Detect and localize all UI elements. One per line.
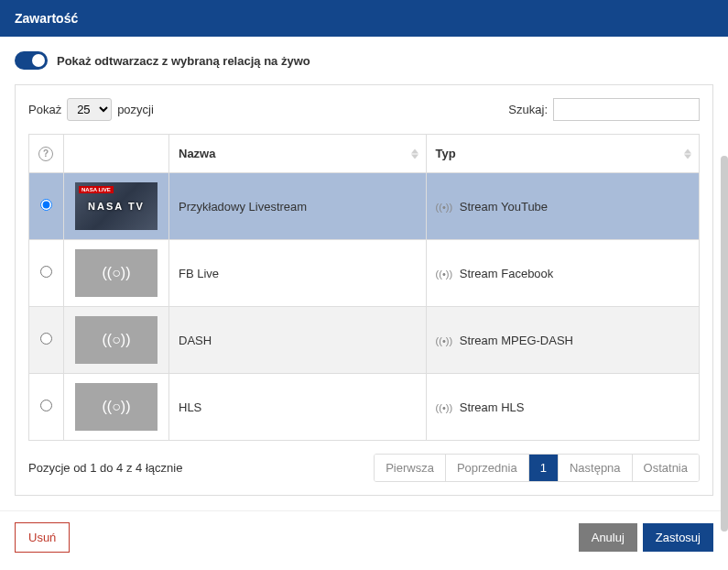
streams-table: ? Nazwa Typ (28, 134, 700, 441)
row-radio[interactable] (40, 199, 52, 211)
apply-button[interactable]: Zastosuj (643, 523, 713, 552)
modal-footer: Usuń Anuluj Zastosuj (0, 510, 728, 564)
broadcast-icon: ((•)) (436, 402, 453, 413)
page-number-button[interactable]: 1 (528, 455, 558, 481)
cancel-button[interactable]: Anuluj (579, 523, 637, 552)
search-control: Szukaj: (508, 98, 700, 121)
broadcast-icon: ((•)) (436, 335, 453, 346)
table-controls: Pokaż 25 pozycji Szukaj: (28, 98, 700, 121)
row-type: ((•)) Stream MPEG-DASH (426, 307, 699, 374)
page-last-button[interactable]: Ostatnia (632, 455, 699, 481)
page-prev-button[interactable]: Poprzednia (445, 455, 528, 481)
thumbnail-placeholder: ((○)) (75, 316, 158, 364)
panel-header: Zawartość (0, 0, 728, 37)
broadcast-icon: ((•)) (436, 269, 453, 280)
pagination: Pierwsza Poprzednia 1 Następna Ostatnia (374, 454, 700, 482)
page-size-select[interactable]: 25 (67, 98, 112, 121)
panel-title: Zawartość (15, 11, 78, 26)
table-row[interactable]: ((○)) DASH ((•)) Stream MPEG-DASH (29, 307, 700, 374)
col-name[interactable]: Nazwa (169, 135, 427, 173)
row-name: HLS (169, 374, 427, 441)
row-radio[interactable] (40, 333, 52, 345)
row-name: DASH (169, 307, 427, 374)
broadcast-glyph: ((○)) (103, 332, 131, 348)
thumbnail-placeholder: ((○)) (75, 383, 158, 431)
search-input[interactable] (553, 98, 700, 121)
row-radio[interactable] (40, 266, 52, 278)
table-footer: Pozycje od 1 do 4 z 4 łącznie Pierwsza P… (28, 454, 700, 482)
search-label: Szukaj: (508, 103, 548, 116)
row-radio[interactable] (40, 400, 52, 411)
scrollbar[interactable] (721, 156, 728, 532)
help-icon[interactable]: ? (38, 147, 53, 161)
thumbnail-nasa: NASA LIVE NASA TV (75, 182, 158, 230)
toggle-row: Pokaż odtwarzacz z wybraną relacją na ży… (0, 37, 728, 84)
delete-button[interactable]: Usuń (15, 522, 70, 553)
col-type[interactable]: Typ (426, 135, 699, 173)
table-row[interactable]: ((○)) HLS ((•)) Stream HLS (29, 374, 700, 441)
broadcast-glyph: ((○)) (103, 399, 131, 415)
thumbnail-text: NASA TV (88, 201, 145, 212)
col-select: ? (29, 135, 64, 173)
table-row[interactable]: ((○)) FB Live ((•)) Stream Facebook (29, 240, 700, 307)
player-toggle[interactable] (15, 51, 48, 70)
row-name: FB Live (169, 240, 427, 307)
row-type: ((•)) Stream YouTube (426, 173, 699, 240)
table-info: Pozycje od 1 do 4 z 4 łącznie (28, 461, 182, 475)
page-size-control: Pokaż 25 pozycji (28, 98, 154, 121)
row-name: Przykładowy Livestream (169, 173, 427, 240)
show-prefix-label: Pokaż (28, 103, 61, 116)
col-name-label: Nazwa (179, 147, 215, 160)
show-suffix-label: pozycji (117, 103, 154, 116)
player-toggle-label: Pokaż odtwarzacz z wybraną relacją na ży… (57, 54, 310, 68)
page-first-button[interactable]: Pierwsza (375, 455, 445, 481)
broadcast-glyph: ((○)) (103, 265, 131, 281)
sort-icon (684, 148, 691, 159)
table-panel: Pokaż 25 pozycji Szukaj: ? Nazw (15, 84, 713, 496)
sort-icon (411, 148, 418, 159)
row-type: ((•)) Stream HLS (426, 374, 699, 441)
row-type: ((•)) Stream Facebook (426, 240, 699, 307)
broadcast-icon: ((•)) (436, 202, 453, 213)
page-next-button[interactable]: Następna (558, 455, 632, 481)
live-badge: NASA LIVE (79, 186, 114, 193)
col-thumbnail (64, 135, 169, 173)
thumbnail-placeholder: ((○)) (75, 249, 158, 297)
col-type-label: Typ (436, 147, 456, 160)
table-row[interactable]: NASA LIVE NASA TV Przykładowy Livestream… (29, 173, 700, 240)
